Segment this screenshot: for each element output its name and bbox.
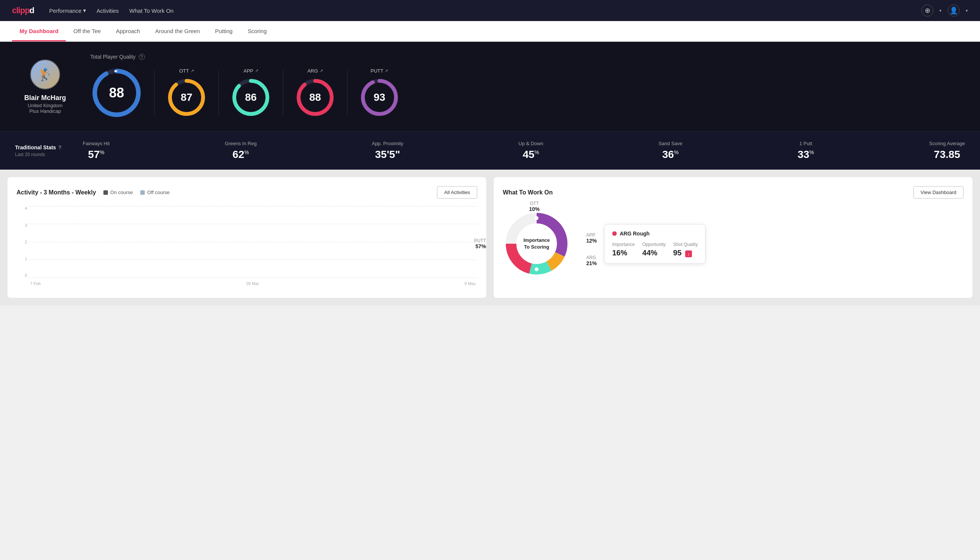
stat-gir: Greens In Reg 62% — [225, 141, 257, 161]
gauges: 88 OTT ↗ 87 — [90, 67, 965, 119]
gauge-ott: OTT ↗ 87 — [166, 68, 207, 118]
nav-links: Performance ▾ Activities What To Work On — [49, 7, 921, 14]
tooltip-opportunity: Opportunity 44% — [642, 242, 666, 257]
chevron-down-icon: ▾ — [939, 8, 942, 13]
nav-performance[interactable]: Performance ▾ — [49, 7, 86, 14]
tab-bar: My Dashboard Off the Tee Approach Around… — [0, 21, 980, 42]
help-icon[interactable]: ? — [139, 54, 145, 60]
arrow-icon-putt: ↗ — [385, 68, 388, 73]
legend-off-dot — [140, 190, 145, 195]
stat-1putt: 1 Putt 33% — [798, 141, 814, 161]
arg-donut-label: ARG 21% — [586, 255, 597, 266]
arg-tooltip: ARG Rough Importance 16% Opportunity 44%… — [604, 224, 705, 263]
ring-main: 88 — [90, 67, 143, 119]
stat-1putt-label: 1 Putt — [798, 141, 814, 146]
gauge-app: APP ↗ 86 — [230, 68, 271, 118]
putt-lbl-name: PUTT — [474, 238, 486, 243]
tab-off-the-tee[interactable]: Off the Tee — [66, 21, 108, 42]
arrow-icon-app: ↗ — [255, 68, 258, 73]
arg-lbl-val: 21% — [586, 260, 597, 266]
stat-updown-label: Up & Down — [519, 141, 543, 146]
stat-sand: Sand Save 36% — [659, 141, 682, 161]
opportunity-value: 44% — [642, 248, 666, 257]
ring-ott: 87 — [166, 77, 207, 118]
stats-title: Traditional Stats ? — [15, 144, 83, 150]
arg-label: ARG ↗ — [307, 68, 323, 74]
ring-app: 86 — [230, 77, 271, 118]
putt-donut-label: PUTT 57% — [474, 238, 486, 249]
all-activities-button[interactable]: All Activities — [437, 186, 477, 198]
bars-container — [28, 206, 477, 278]
arrow-icon-arg: ↗ — [319, 68, 323, 73]
tpq-label: Total Player Quality ? — [90, 54, 965, 60]
x-label-feb: 7 Feb — [30, 281, 41, 286]
stat-scoring-value: 73.85 — [929, 148, 965, 161]
bottom-section: Activity - 3 Months - Weekly On course O… — [0, 170, 980, 305]
activity-panel: Activity - 3 Months - Weekly On course O… — [8, 177, 486, 298]
nav-right: ⊕ ▾ 👤 ▾ — [921, 5, 968, 17]
ott-score: 87 — [181, 92, 192, 103]
stat-fairways-value: 57% — [83, 148, 110, 161]
what-to-work-on-panel: What To Work On View Dashboard OTT 10% A… — [494, 177, 972, 298]
legend-on-course: On course — [103, 190, 133, 195]
player-handicap: Plus Handicap — [29, 108, 61, 114]
chevron-down-icon-user: ▾ — [966, 8, 968, 13]
main-score: 88 — [109, 85, 124, 101]
stats-help-icon[interactable]: ? — [58, 144, 62, 150]
stat-proximity: App. Proximity 35'5" — [372, 141, 404, 161]
activity-header: Activity - 3 Months - Weekly On course O… — [17, 186, 477, 198]
nav-what-to-work-on[interactable]: What To Work On — [129, 7, 174, 14]
donut-wrap: ImportanceTo Scoring — [503, 210, 571, 278]
player-name: Blair McHarg — [24, 94, 66, 102]
tab-scoring[interactable]: Scoring — [240, 21, 274, 42]
wtwon-title: What To Work On — [503, 189, 553, 196]
putt-label: PUTT ↗ — [371, 68, 388, 74]
stat-scoring-label: Scoring Average — [929, 141, 965, 146]
plus-icon: ⊕ — [925, 7, 930, 15]
ott-lbl-name: OTT — [529, 201, 540, 206]
tab-putting[interactable]: Putting — [208, 21, 240, 42]
app-label: APP ↗ — [243, 68, 258, 74]
shot-quality-badge: ↓ — [685, 250, 692, 257]
importance-value: 16% — [612, 248, 635, 257]
y-label-0: 0 — [25, 273, 27, 278]
stat-proximity-label: App. Proximity — [372, 141, 404, 146]
stat-scoring: Scoring Average 73.85 — [929, 141, 965, 161]
y-label-1: 1 — [25, 257, 27, 261]
app-donut-label: APP 12% — [586, 232, 597, 244]
player-info: 🏌️ Blair McHarg United Kingdom Plus Hand… — [15, 59, 75, 114]
arg-lbl-name: ARG — [586, 255, 597, 260]
nav-activities[interactable]: Activities — [97, 7, 119, 14]
chevron-down-icon: ▾ — [83, 7, 86, 14]
y-label-2: 2 — [25, 240, 27, 244]
y-label-3: 3 — [25, 223, 27, 228]
avatar: 🏌️ — [30, 59, 60, 90]
stat-updown-value: 45% — [519, 148, 543, 161]
donut-center-text: ImportanceTo Scoring — [524, 237, 550, 250]
activity-title: Activity - 3 Months - Weekly — [17, 189, 96, 196]
putt-score: 93 — [373, 92, 385, 103]
stat-fairways: Fairways Hit 57% — [83, 141, 110, 161]
tooltip-dot — [612, 231, 617, 236]
stat-gir-value: 62% — [225, 148, 257, 161]
view-dashboard-button[interactable]: View Dashboard — [913, 186, 963, 198]
stats-label: Traditional Stats ? Last 20 rounds — [15, 144, 83, 157]
svg-point-17 — [535, 267, 539, 271]
tooltip-metrics: Importance 16% Opportunity 44% Shot Qual… — [612, 242, 697, 257]
tab-my-dashboard[interactable]: My Dashboard — [12, 21, 66, 42]
user-button[interactable]: 👤 — [948, 5, 960, 17]
tab-approach[interactable]: Approach — [108, 21, 147, 42]
ring-putt: 93 — [359, 77, 400, 118]
gauge-arg: ARG ↗ 88 — [294, 68, 336, 118]
ott-label: OTT ↗ — [180, 68, 194, 74]
add-button[interactable]: ⊕ — [921, 5, 933, 17]
app-lbl-name: APP — [586, 232, 597, 238]
y-label-4: 4 — [25, 206, 27, 211]
gauge-main: 88 — [90, 67, 143, 119]
tab-around-the-green[interactable]: Around the Green — [147, 21, 207, 42]
tpq-section: Total Player Quality ? 88 OTT — [90, 54, 965, 119]
x-label-may: 9 May — [464, 281, 476, 286]
stat-proximity-value: 35'5" — [372, 148, 404, 161]
arrow-icon: ↗ — [191, 68, 194, 73]
app-lbl-val: 12% — [586, 238, 597, 244]
